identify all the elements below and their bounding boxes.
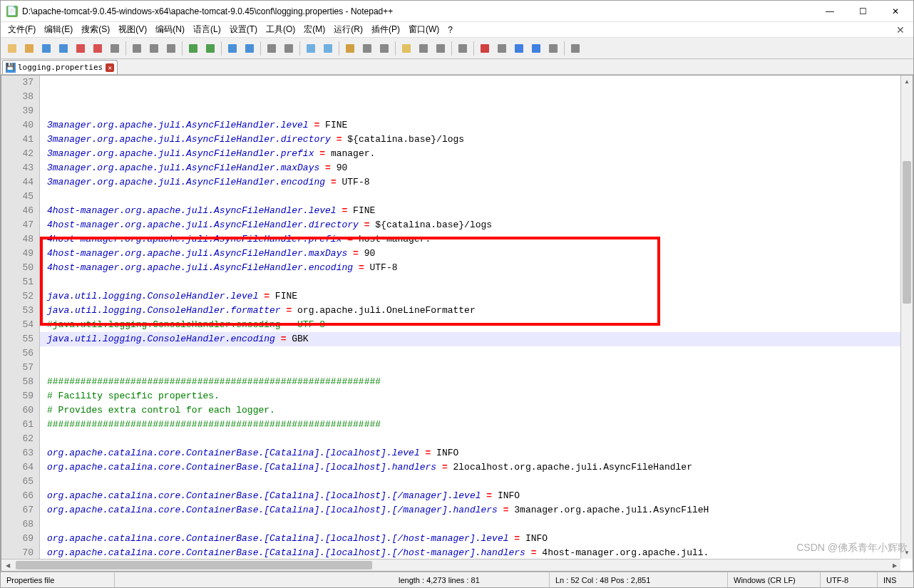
code-line[interactable]: #java.util.logging.ConsoleHandler.encodi… (40, 318, 900, 332)
code-line[interactable]: 3manager.org.apache.juli.AsyncFileHandle… (40, 133, 900, 147)
svg-rect-26 (498, 44, 506, 53)
vertical-scrollbar[interactable]: ▲ ▼ (900, 76, 913, 559)
code-line[interactable] (40, 517, 900, 532)
code-line[interactable]: java.util.logging.ConsoleHandler.level =… (40, 289, 900, 304)
code-line[interactable]: 3manager.org.apache.juli.AsyncFileHandle… (40, 161, 900, 175)
cut-icon[interactable] (129, 41, 145, 56)
indent-icon[interactable] (376, 41, 392, 56)
code-line[interactable]: # Provides extra control for each logger… (40, 403, 900, 418)
code-line[interactable]: org.apache.catalina.core.ContainerBase.[… (40, 446, 900, 460)
menu-2[interactable]: 搜索(S) (77, 22, 114, 37)
playmulti-icon[interactable] (528, 41, 544, 56)
replace-icon[interactable] (242, 41, 257, 56)
undo-icon[interactable] (185, 41, 201, 56)
scroll-up-icon[interactable]: ▲ (901, 76, 913, 88)
print-icon[interactable] (107, 41, 123, 56)
code-line[interactable]: 3manager.org.apache.juli.AsyncFileHandle… (40, 147, 900, 161)
saveall-icon[interactable] (56, 41, 71, 56)
menu-4[interactable]: 编码(N) (151, 22, 189, 37)
sync-h-icon[interactable] (320, 41, 336, 56)
code-line[interactable] (40, 475, 900, 489)
play-icon[interactable] (511, 41, 527, 56)
code-line[interactable]: ########################################… (40, 418, 900, 432)
menu-8[interactable]: 宏(M) (299, 22, 329, 37)
menu-3[interactable]: 视图(V) (114, 22, 151, 37)
funclist-icon[interactable] (416, 41, 431, 56)
savemarco-icon[interactable] (545, 41, 561, 56)
tab-close-icon[interactable]: ✕ (106, 63, 114, 72)
folder-icon[interactable] (399, 41, 414, 56)
scroll-right-icon[interactable]: ▶ (888, 559, 900, 571)
svg-rect-16 (307, 44, 315, 53)
menu-7[interactable]: 工具(O) (262, 22, 299, 37)
new-icon[interactable] (4, 41, 20, 56)
menu-11[interactable]: 窗口(W) (404, 22, 443, 37)
record-icon[interactable] (477, 41, 493, 56)
code-line[interactable] (40, 275, 900, 289)
menu-12[interactable]: ? (443, 24, 457, 36)
close-icon[interactable] (73, 41, 88, 56)
code-line[interactable]: org.apache.catalina.core.ContainerBase.[… (40, 532, 900, 546)
code-line[interactable]: java.util.logging.ConsoleHandler.encodin… (40, 332, 900, 346)
code-line[interactable]: org.apache.catalina.core.ContainerBase.[… (40, 460, 900, 475)
spell-icon[interactable] (568, 41, 583, 56)
menubar: 文件(F)编辑(E)搜索(S)视图(V)编码(N)语言(L)设置(T)工具(O)… (1, 22, 913, 38)
line-gutter: 3738394041424344454647484950515253545556… (1, 76, 40, 559)
paste-icon[interactable] (163, 41, 179, 56)
code-line[interactable]: org.apache.catalina.core.ContainerBase.[… (40, 546, 900, 559)
save-icon[interactable] (38, 41, 54, 56)
menu-5[interactable]: 语言(L) (189, 22, 225, 37)
svg-rect-15 (284, 44, 293, 53)
close-button[interactable]: ✕ (879, 1, 912, 21)
code-line[interactable]: org.apache.catalina.core.ContainerBase.[… (40, 503, 900, 517)
scroll-left-icon[interactable]: ◀ (1, 559, 14, 571)
code-line[interactable]: org.apache.catalina.core.ContainerBase.[… (40, 489, 900, 503)
open-icon[interactable] (21, 41, 37, 56)
secondary-close-button[interactable]: ✕ (890, 23, 910, 37)
code-line[interactable]: 4host-manager.org.apache.juli.AsyncFileH… (40, 232, 900, 247)
monitor-icon[interactable] (455, 41, 471, 56)
code-line[interactable]: 4host-manager.org.apache.juli.AsyncFileH… (40, 204, 900, 218)
menu-6[interactable]: 设置(T) (225, 22, 262, 37)
zoomout-icon[interactable] (281, 41, 297, 56)
horizontal-scrollbar[interactable]: ◀ ▶ (1, 559, 900, 571)
find-icon[interactable] (225, 41, 240, 56)
file-tab[interactable]: logging.properties ✕ (2, 60, 118, 74)
code-area[interactable]: 3manager.org.apache.juli.AsyncFileHandle… (40, 76, 900, 559)
code-line[interactable] (40, 361, 900, 375)
svg-rect-1 (25, 44, 34, 53)
zoomin-icon[interactable] (264, 41, 279, 56)
scroll-down-icon[interactable]: ▼ (901, 547, 913, 559)
minimize-button[interactable]: — (813, 1, 846, 21)
svg-rect-29 (549, 44, 558, 53)
sync-v-icon[interactable] (303, 41, 319, 56)
code-line[interactable]: 4host-manager.org.apache.juli.AsyncFileH… (40, 261, 900, 275)
menu-10[interactable]: 插件(P) (367, 22, 404, 37)
code-line[interactable]: 3manager.org.apache.juli.AsyncFileHandle… (40, 175, 900, 190)
svg-rect-3 (59, 44, 68, 53)
code-line[interactable] (40, 346, 900, 361)
code-line[interactable]: java.util.logging.ConsoleHandler.formatt… (40, 304, 900, 318)
docmap-icon[interactable] (433, 41, 448, 56)
maximize-button[interactable]: ☐ (846, 1, 879, 21)
closeall-icon[interactable] (90, 41, 106, 56)
code-line[interactable]: # Facility specific properties. (40, 389, 900, 403)
code-line[interactable]: 3manager.org.apache.juli.AsyncFileHandle… (40, 118, 900, 133)
code-line[interactable]: 4host-manager.org.apache.juli.AsyncFileH… (40, 218, 900, 232)
allchars-icon[interactable] (359, 41, 375, 56)
code-line[interactable]: ########################################… (40, 375, 900, 389)
code-line[interactable] (40, 432, 900, 446)
status-length: length : 4,273 lines : 81 (393, 572, 550, 587)
code-line[interactable]: 4host-manager.org.apache.juli.AsyncFileH… (40, 247, 900, 261)
stop-icon[interactable] (494, 41, 510, 56)
vscroll-thumb[interactable] (903, 161, 911, 304)
wordwrap-icon[interactable] (342, 41, 358, 56)
copy-icon[interactable] (146, 41, 162, 56)
menu-0[interactable]: 文件(F) (4, 22, 40, 37)
menu-9[interactable]: 运行(R) (329, 22, 367, 37)
menu-1[interactable]: 编辑(E) (40, 22, 77, 37)
code-line[interactable] (40, 190, 900, 204)
svg-rect-0 (8, 44, 16, 53)
hscroll-thumb[interactable] (16, 561, 372, 569)
redo-icon[interactable] (202, 41, 218, 56)
